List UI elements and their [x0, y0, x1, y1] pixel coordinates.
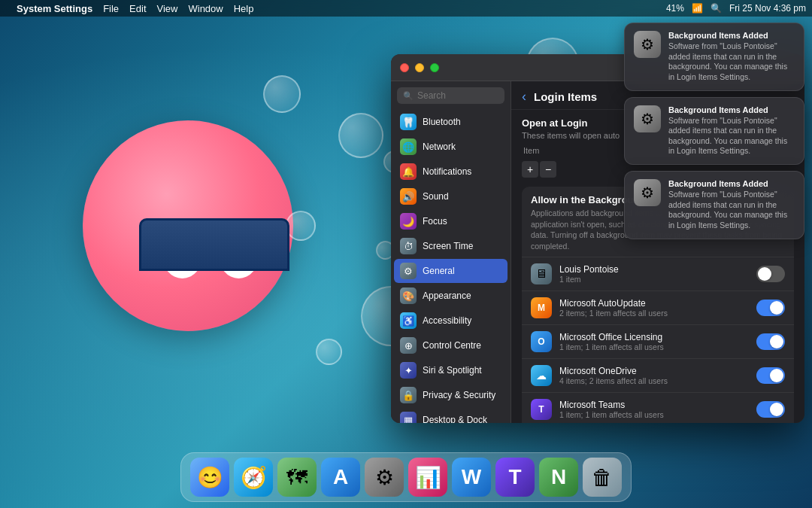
menubar-edit[interactable]: Edit — [129, 3, 146, 14]
dock-item-activity[interactable]: 📊 — [408, 458, 447, 497]
office-name: Microsoft Office Licensing — [559, 332, 749, 342]
battery-percentage: 41% — [666, 3, 684, 14]
search-input[interactable] — [417, 90, 498, 101]
sidebar-label-privacy: Privacy & Security — [423, 390, 495, 400]
louis-desc: 1 item — [559, 275, 749, 284]
onedrive-icon: ☁ — [531, 365, 552, 386]
sidebar-label-control-centre: Control Centre — [423, 340, 481, 351]
wifi-icon: 📶 — [692, 3, 703, 14]
menubar-left: System Settings File Edit View Window He… — [6, 3, 253, 14]
date-time: Fri 25 Nov 4:36 pm — [729, 3, 806, 14]
sidebar-item-desktop-dock[interactable]: ▦ Desktop & Dock — [394, 408, 508, 423]
dock-item-finder[interactable]: 😊 — [190, 458, 229, 497]
safari-icon: 🧭 — [241, 465, 267, 490]
menubar: System Settings File Edit View Window He… — [0, 0, 812, 17]
sidebar-item-focus[interactable]: 🌙 Focus — [394, 209, 508, 233]
notification-1[interactable]: ⚙ Background Items Added Software from "… — [624, 23, 804, 91]
bg-item-louis: 🖥 Louis Pontoise 1 item — [522, 257, 794, 291]
back-button[interactable]: ‹ — [522, 89, 526, 105]
notif-content-3: Background Items Added Software from "Lo… — [668, 179, 795, 231]
menubar-window[interactable]: Window — [188, 3, 223, 14]
office-toggle[interactable] — [756, 333, 785, 350]
search-bar[interactable]: 🔍 — [397, 87, 504, 104]
bg-item-office: O Microsoft Office Licensing 1 item; 1 i… — [522, 325, 794, 359]
onedrive-info: Microsoft OneDrive 4 items; 2 items affe… — [559, 366, 749, 385]
sidebar-item-siri-spotlight[interactable]: ✦ Siri & Spotlight — [394, 358, 508, 382]
sidebar-item-network[interactable]: 🌐 Network — [394, 135, 508, 159]
menubar-right: 41% 📶 🔍 Fri 25 Nov 4:36 pm — [666, 3, 806, 14]
content-title: Login Items — [534, 90, 597, 103]
sidebar-item-appearance[interactable]: 🎨 Appearance — [394, 284, 508, 308]
sidebar: 🔍 🦷 Bluetooth 🌐 Network 🔔 Notifications … — [391, 81, 511, 423]
settings-dock-icon: ⚙ — [375, 465, 394, 490]
notif-content-1: Background Items Added Software from "Lo… — [668, 31, 795, 83]
bg-item-teams: T Microsoft Teams 1 item; 1 item affects… — [522, 393, 794, 423]
notif-body-3: Software from "Louis Pontoise" added ite… — [668, 190, 795, 231]
search-icon[interactable]: 🔍 — [710, 3, 722, 14]
sidebar-item-bluetooth[interactable]: 🦷 Bluetooth — [394, 110, 508, 134]
dock-item-notion[interactable]: N — [539, 458, 578, 497]
menubar-app-name[interactable]: System Settings — [17, 3, 92, 14]
sidebar-item-sound[interactable]: 🔊 Sound — [394, 184, 508, 208]
notification-2[interactable]: ⚙ Background Items Added Software from "… — [624, 97, 804, 166]
control-centre-icon: ⊕ — [400, 337, 417, 354]
dock-item-appstore[interactable]: A — [321, 458, 360, 497]
general-icon: ⚙ — [400, 263, 417, 279]
teams-desc: 1 item; 1 item affects all users — [559, 410, 749, 419]
bg-item-autoupdate: M Microsoft AutoUpdate 2 items; 1 item a… — [522, 291, 794, 325]
focus-icon: 🌙 — [400, 213, 417, 230]
notif-icon-1: ⚙ — [634, 31, 661, 58]
teams-name: Microsoft Teams — [559, 400, 749, 410]
dock-item-maps[interactable]: 🗺 — [277, 458, 317, 497]
search-icon: 🔍 — [403, 91, 414, 101]
close-button[interactable] — [400, 63, 409, 72]
network-icon: 🌐 — [400, 138, 417, 155]
sidebar-item-accessibility[interactable]: ♿ Accessibility — [394, 309, 508, 333]
notif-content-2: Background Items Added Software from "Lo… — [668, 105, 795, 157]
notif-title-1: Background Items Added — [668, 31, 795, 40]
menubar-file[interactable]: File — [103, 3, 119, 14]
louis-info: Louis Pontoise 1 item — [559, 264, 749, 284]
word-icon: W — [462, 465, 481, 489]
sidebar-label-bluetooth: Bluetooth — [423, 117, 461, 127]
notification-3[interactable]: ⚙ Background Items Added Software from "… — [624, 171, 804, 239]
autoupdate-desc: 2 items; 1 item affects all users — [559, 309, 749, 318]
bg-item-onedrive: ☁ Microsoft OneDrive 4 items; 2 items af… — [522, 359, 794, 393]
menubar-help[interactable]: Help — [234, 3, 254, 14]
dock-item-safari[interactable]: 🧭 — [234, 458, 273, 497]
sidebar-label-siri: Siri & Spotlight — [423, 365, 482, 376]
sidebar-item-screen-time[interactable]: ⏱ Screen Time — [394, 234, 508, 258]
dock-item-word[interactable]: W — [452, 458, 491, 497]
menubar-view[interactable]: View — [157, 3, 178, 14]
dock-item-settings[interactable]: ⚙ — [365, 458, 404, 497]
sidebar-label-focus: Focus — [423, 216, 447, 227]
office-icon: O — [531, 331, 552, 352]
onedrive-toggle[interactable] — [756, 367, 785, 384]
sidebar-label-notifications: Notifications — [423, 166, 471, 177]
teams-toggle[interactable] — [756, 401, 785, 418]
autoupdate-info: Microsoft AutoUpdate 2 items; 1 item aff… — [559, 298, 749, 318]
sidebar-label-network: Network — [423, 141, 456, 152]
notif-title-2: Background Items Added — [668, 105, 795, 114]
add-button[interactable]: + — [522, 161, 538, 178]
sidebar-item-privacy-security[interactable]: 🔒 Privacy & Security — [394, 383, 508, 407]
sidebar-label-general: General — [423, 266, 455, 276]
sidebar-item-general[interactable]: ⚙ General — [394, 259, 508, 283]
siri-icon: ✦ — [400, 362, 417, 379]
trash-icon: 🗑 — [592, 465, 613, 490]
maps-icon: 🗺 — [286, 465, 308, 490]
sidebar-item-notifications[interactable]: 🔔 Notifications — [394, 160, 508, 184]
louis-name: Louis Pontoise — [559, 264, 749, 275]
notif-icon-3: ⚙ — [634, 179, 661, 206]
autoupdate-toggle[interactable] — [756, 300, 785, 316]
dock-item-teams[interactable]: T — [495, 458, 535, 497]
maximize-button[interactable] — [430, 63, 439, 72]
screen-time-icon: ⏱ — [400, 238, 417, 254]
dock-item-trash[interactable]: 🗑 — [583, 458, 622, 497]
sidebar-label-sound: Sound — [423, 191, 449, 202]
teams-dock-icon: T — [508, 465, 521, 489]
minimize-button[interactable] — [415, 63, 424, 72]
louis-toggle[interactable] — [756, 266, 785, 282]
remove-button[interactable]: − — [540, 161, 556, 178]
sidebar-item-control-centre[interactable]: ⊕ Control Centre — [394, 333, 508, 357]
